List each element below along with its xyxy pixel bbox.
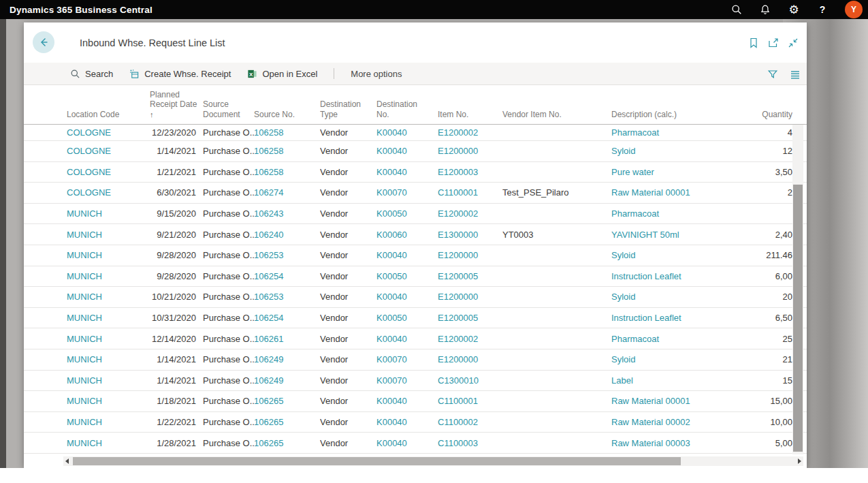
list-view-icon[interactable] [790,69,801,80]
cell-description[interactable]: Raw Material 00002 [611,417,742,427]
column-header-dest_no[interactable]: DestinationNo. [376,99,438,119]
cell-description[interactable]: Syloid [611,250,742,260]
cell-location[interactable]: MUNICH [67,271,150,281]
cell-item_no[interactable]: E1200002 [438,127,502,138]
cell-dest_no[interactable]: K00070 [376,375,438,386]
column-header-source_doc[interactable]: SourceDocument [203,99,254,119]
notifications-bell-icon[interactable] [759,3,771,16]
cell-description[interactable]: YAVINIGHT 50ml [611,230,742,240]
cell-description[interactable]: Syloid [611,354,742,364]
column-header-location[interactable]: Location Code [67,110,150,120]
cell-item_no[interactable]: C1100001 [438,396,502,406]
cell-dest_no[interactable]: K00040 [376,292,438,302]
cell-location[interactable]: MUNICH [67,292,150,302]
filter-icon[interactable] [767,69,778,80]
vertical-scrollbar-thumb[interactable] [793,185,803,452]
cell-dest_no[interactable]: K00050 [376,271,438,281]
cell-description[interactable]: Syloid [611,292,742,302]
cell-location[interactable]: MUNICH [67,375,150,386]
table-row[interactable]: MUNICH9/28/2020Purchase O...106253Vendor… [24,245,807,266]
cell-item_no[interactable]: C1100002 [438,417,502,427]
open-in-excel-button[interactable]: X Open in Excel [247,69,317,79]
cell-item_no[interactable]: E1200000 [438,292,502,302]
cell-location[interactable]: COLOGNE [67,127,150,138]
column-header-vendor_item_no[interactable]: Vendor Item No. [502,110,611,120]
cell-item_no[interactable]: E1200000 [438,250,502,260]
cell-description[interactable]: Instruction Leaflet [611,271,742,281]
cell-location[interactable]: MUNICH [67,334,150,344]
cell-dest_no[interactable]: K00040 [376,417,438,427]
cell-source_no[interactable]: 106265 [254,396,320,406]
cell-source_no[interactable]: 106261 [254,334,320,344]
table-row[interactable]: MUNICH1/18/2021Purchase O...106265Vendor… [24,391,807,412]
scroll-right-arrow-icon[interactable] [798,458,801,464]
cell-item_no[interactable]: E1200005 [438,271,502,281]
cell-description[interactable]: Pure water [611,167,742,177]
cell-item_no[interactable]: C1300010 [438,375,502,386]
table-row[interactable]: MUNICH1/22/2021Purchase O...106265Vendor… [24,412,807,433]
cell-source_no[interactable]: 106249 [254,354,320,364]
cell-location[interactable]: MUNICH [67,230,150,240]
cell-item_no[interactable]: E1200002 [438,334,502,344]
cell-item_no[interactable]: E1200000 [438,146,502,156]
cell-dest_no[interactable]: K00060 [376,230,438,240]
cell-description[interactable]: Pharmacoat [611,334,742,344]
cell-description[interactable]: Pharmacoat [611,208,742,219]
table-row[interactable]: MUNICH1/28/2021Purchase O...106265Vendor… [24,433,807,454]
table-row[interactable]: MUNICH9/28/2020Purchase O...106254Vendor… [24,266,807,287]
horizontal-scrollbar[interactable] [63,456,803,466]
cell-dest_no[interactable]: K00050 [376,208,438,219]
bookmark-icon[interactable] [748,37,759,48]
vertical-scrollbar[interactable] [792,125,803,454]
cell-description[interactable]: Raw Material 00001 [611,187,742,198]
back-button[interactable] [33,31,54,53]
cell-source_no[interactable]: 106265 [254,417,320,427]
table-row[interactable]: MUNICH12/14/2020Purchase O...106261Vendo… [24,328,807,349]
cell-item_no[interactable]: E1200005 [438,313,502,323]
column-header-date[interactable]: PlannedReceipt Date↑ [150,90,203,120]
cell-source_no[interactable]: 106258 [254,127,320,138]
cell-source_no[interactable]: 106253 [254,250,320,260]
table-row[interactable]: MUNICH1/14/2021Purchase O...106249Vendor… [24,349,807,371]
table-row[interactable]: MUNICH9/21/2020Purchase O...106240Vendor… [24,224,807,245]
table-row[interactable]: MUNICH9/15/2020Purchase O...106243Vendor… [24,204,807,225]
cell-dest_no[interactable]: K00040 [376,146,438,156]
cell-dest_no[interactable]: K00070 [376,354,438,364]
cell-description[interactable]: Raw Material 00001 [611,396,742,406]
cell-location[interactable]: COLOGNE [67,167,150,177]
table-row[interactable]: MUNICH10/21/2020Purchase O...106253Vendo… [24,287,807,308]
column-header-quantity[interactable]: Quantity [742,110,792,120]
cell-source_no[interactable]: 106249 [254,375,320,386]
cell-dest_no[interactable]: K00040 [376,396,438,406]
cell-item_no[interactable]: C1100001 [438,187,502,198]
cell-item_no[interactable]: E1200002 [438,208,502,219]
cell-dest_no[interactable]: K00040 [376,127,438,138]
cell-source_no[interactable]: 106254 [254,271,320,281]
cell-item_no[interactable]: E1200003 [438,167,502,177]
cell-location[interactable]: MUNICH [67,250,150,260]
cell-location[interactable]: MUNICH [67,208,150,219]
cell-location[interactable]: COLOGNE [67,146,150,156]
cell-location[interactable]: MUNICH [67,417,150,427]
table-row[interactable]: MUNICH1/14/2021Purchase O...106249Vendor… [24,371,807,392]
cell-item_no[interactable]: E1200000 [438,354,502,364]
cell-description[interactable]: Instruction Leaflet [611,313,742,323]
cell-dest_no[interactable]: K00040 [376,438,438,448]
cell-location[interactable]: MUNICH [67,354,150,364]
cell-source_no[interactable]: 106265 [254,438,320,448]
table-row[interactable]: COLOGNE1/21/2021Purchase O...106258Vendo… [24,162,807,183]
table-row[interactable]: MUNICH10/31/2020Purchase O...106254Vendo… [24,308,807,329]
collapse-icon[interactable] [788,37,799,48]
cell-description[interactable]: Syloid [611,146,742,156]
scroll-left-arrow-icon[interactable] [65,458,69,464]
settings-gear-icon[interactable]: ⚙ [788,3,800,16]
table-row[interactable]: COLOGNE12/23/2020Purchase O...106258Vend… [24,125,807,141]
more-options-button[interactable]: More options [351,69,402,79]
cell-source_no[interactable]: 106258 [254,146,320,156]
table-row[interactable]: COLOGNE6/30/2021Purchase O...106274Vendo… [24,183,807,204]
cell-dest_no[interactable]: K00040 [376,167,438,177]
cell-source_no[interactable]: 106274 [254,187,320,198]
search-icon[interactable] [730,3,743,16]
cell-dest_no[interactable]: K00040 [376,250,438,260]
open-in-new-window-icon[interactable] [768,37,779,48]
